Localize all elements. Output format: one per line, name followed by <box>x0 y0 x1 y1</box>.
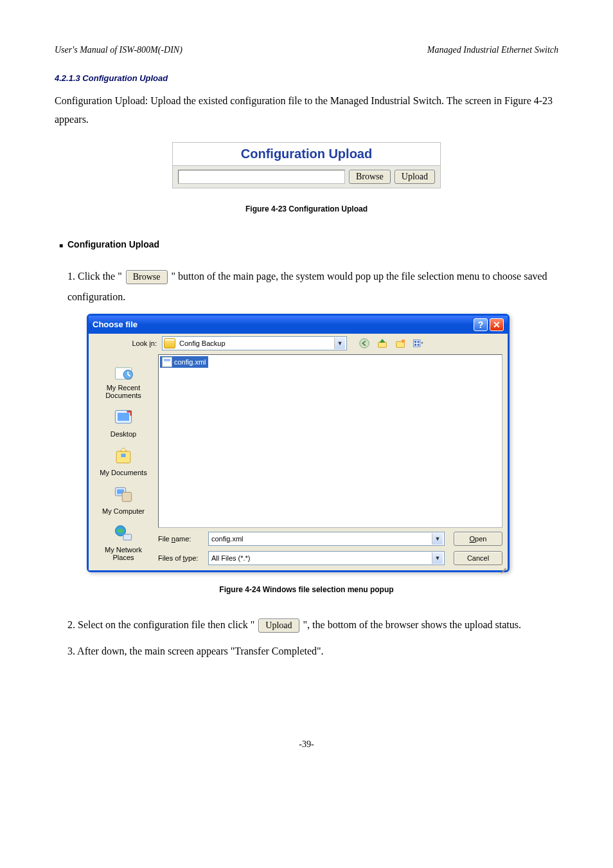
filename-label: File name: <box>158 535 208 543</box>
filetype-combo[interactable]: All Files (*.*) ▼ <box>208 551 445 565</box>
step2-pre: 2. Select on the configuration file then… <box>67 619 254 630</box>
lookin-combo[interactable]: Config Backup ▼ <box>162 336 347 350</box>
open-button[interactable]: Open <box>454 532 502 546</box>
upload-button[interactable]: Upload <box>395 170 435 184</box>
file-list-area[interactable]: config.xml <box>158 354 502 528</box>
svg-rect-7 <box>414 343 416 345</box>
svg-point-0 <box>360 338 369 347</box>
resize-grip-icon[interactable] <box>497 560 506 569</box>
file-item-selected[interactable]: config.xml <box>160 356 208 368</box>
svg-rect-14 <box>121 454 125 457</box>
step1-pre: 1. Click the " <box>67 271 122 282</box>
browse-button[interactable]: Browse <box>349 170 391 184</box>
place-desktop[interactable]: Desktop <box>87 404 159 443</box>
filetype-label: Files of type: <box>158 554 208 562</box>
config-upload-panel: Configuration Upload Browse Upload <box>172 142 441 188</box>
page-number: -39- <box>55 739 558 750</box>
upload-button-inline[interactable]: Upload <box>258 619 299 633</box>
chevron-down-icon[interactable]: ▼ <box>432 552 443 564</box>
help-icon[interactable]: ? <box>474 318 488 331</box>
svg-rect-8 <box>418 343 420 345</box>
place-recent[interactable]: My Recent Documents <box>87 358 159 404</box>
folder-icon <box>164 338 175 348</box>
step2-post: ", the bottom of the browser shows the u… <box>303 619 521 630</box>
svg-rect-1 <box>378 342 387 347</box>
svg-point-3 <box>402 339 405 342</box>
svg-rect-17 <box>122 493 131 502</box>
filename-combo[interactable]: config.xml ▼ <box>208 532 445 546</box>
config-upload-title: Configuration Upload <box>173 143 440 166</box>
choose-file-dialog: Choose file ? ✕ Look in: Config Backup ▼ <box>87 314 510 572</box>
chevron-down-icon[interactable]: ▼ <box>334 338 345 349</box>
place-mycomputer[interactable]: My Computer <box>87 482 159 520</box>
intro-text: Configuration Upload: Upload the existed… <box>55 92 558 129</box>
back-icon[interactable] <box>357 336 371 350</box>
file-name: config.xml <box>174 358 206 366</box>
lookin-value: Config Backup <box>178 339 334 347</box>
place-network[interactable]: My Network Places <box>87 520 159 566</box>
figure-24-caption: Figure 4-24 Windows file selection menu … <box>55 585 558 594</box>
svg-rect-6 <box>418 341 420 343</box>
header-right: Managed Industrial Ethernet Switch <box>427 45 558 55</box>
new-folder-icon[interactable] <box>393 336 407 350</box>
places-bar: My Recent Documents Desktop My Documents… <box>89 354 158 570</box>
close-icon[interactable]: ✕ <box>490 318 504 331</box>
svg-rect-19 <box>123 534 132 540</box>
view-menu-icon[interactable] <box>411 336 425 350</box>
filename-value: config.xml <box>210 535 432 543</box>
config-file-path-input[interactable] <box>178 170 345 184</box>
svg-rect-5 <box>414 341 416 343</box>
svg-rect-12 <box>118 413 129 421</box>
header-left: User's Manual of ISW-800M(-DIN) <box>55 45 182 55</box>
chevron-down-icon[interactable]: ▼ <box>432 533 443 545</box>
section-title: 4.2.1.3 Configuration Upload <box>55 73 558 83</box>
step3: 3. After down, the main screen appears "… <box>67 640 558 662</box>
filetype-value: All Files (*.*) <box>210 554 432 562</box>
bullet-config-upload: Configuration Upload <box>67 239 558 252</box>
bullet-icon: ■ <box>55 239 67 252</box>
file-icon <box>162 357 172 367</box>
place-mydocs[interactable]: My Documents <box>87 443 159 482</box>
dialog-titlebar: Choose file ? ✕ <box>89 316 508 334</box>
dialog-title: Choose file <box>93 320 138 329</box>
browse-button-inline[interactable]: Browse <box>126 270 168 284</box>
figure-23-caption: Figure 4-23 Configuration Upload <box>55 204 558 213</box>
up-one-level-icon[interactable] <box>375 336 389 350</box>
cancel-button[interactable]: Cancel <box>454 551 502 565</box>
lookin-label: Look in: <box>94 339 162 347</box>
